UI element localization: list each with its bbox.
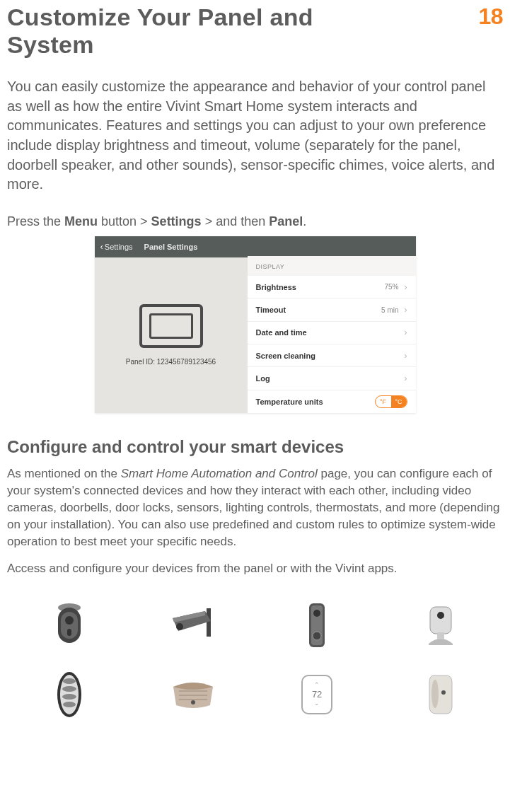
toggle-fahrenheit[interactable]: °F — [376, 396, 391, 407]
body-paragraph-2: Access and configure your devices from t… — [7, 560, 503, 577]
keyfob-icon — [55, 670, 83, 719]
row-label: Timeout — [256, 306, 286, 314]
temperature-toggle[interactable]: °F °C — [375, 395, 407, 408]
outdoor-camera-icon — [166, 605, 221, 645]
chevron-right-icon: › — [405, 351, 407, 361]
body-paragraph-1: As mentioned on the Smart Home Automatio… — [7, 465, 503, 551]
page-number: 18 — [478, 4, 503, 30]
svg-rect-11 — [430, 607, 451, 634]
svg-rect-5 — [207, 608, 211, 637]
panel-settings-screenshot: ‹ Settings Panel Settings Panel ID: 1234… — [95, 236, 416, 413]
section-label-display: DISPLAY — [248, 256, 416, 276]
row-timeout[interactable]: Timeout 5 min › — [248, 298, 416, 321]
svg-point-24 — [431, 680, 439, 708]
row-value: 75% — [384, 283, 398, 291]
toggle-celsius[interactable]: °C — [391, 396, 407, 407]
svg-point-16 — [63, 678, 76, 684]
motion-sensor-icon — [427, 673, 455, 717]
row-log[interactable]: Log › — [248, 367, 416, 390]
svg-point-19 — [63, 702, 76, 707]
row-temperature-units[interactable]: Temperature units °F °C — [248, 390, 416, 413]
nav-instruction: Press the Menu button > Settings > and t… — [7, 214, 503, 229]
chevron-right-icon: › — [405, 373, 407, 383]
garage-sensor-icon — [168, 678, 219, 711]
svg-point-12 — [437, 612, 444, 619]
svg-point-25 — [441, 690, 446, 695]
svg-point-9 — [313, 610, 320, 617]
chevron-right-icon: › — [405, 305, 407, 315]
chevron-up-icon: ⌃ — [314, 682, 320, 688]
chevron-left-icon: ‹ — [100, 241, 103, 252]
svg-point-17 — [62, 686, 76, 692]
row-label: Log — [256, 374, 270, 383]
door-lock-icon — [54, 602, 85, 649]
svg-point-10 — [313, 632, 321, 640]
row-value: 5 min — [381, 306, 398, 314]
thermostat-icon: ⌃ 72 ⌄ — [301, 675, 332, 714]
svg-point-3 — [65, 616, 74, 625]
intro-paragraph: You can easily customize the appearance … — [7, 77, 503, 195]
row-label: Brightness — [256, 283, 296, 291]
row-screen-cleaning[interactable]: Screen cleaning › — [248, 344, 416, 367]
panel-id: Panel ID: 123456789123456 — [126, 358, 216, 366]
row-label: Date and time — [256, 328, 307, 337]
chevron-right-icon: › — [405, 327, 407, 337]
page-title: Customize Your Panel and System — [7, 4, 403, 59]
panel-label: Panel — [269, 214, 303, 228]
row-brightness[interactable]: Brightness 75% › — [248, 276, 416, 298]
svg-rect-13 — [437, 632, 444, 639]
chevron-down-icon: ⌄ — [314, 700, 320, 707]
row-datetime[interactable]: Date and time › — [248, 322, 416, 344]
indoor-camera-icon — [424, 604, 457, 646]
row-label: Screen cleaning — [256, 352, 315, 360]
back-button[interactable]: ‹ Settings — [100, 241, 133, 252]
subheading: Configure and control your smart devices — [7, 437, 503, 457]
svg-point-23 — [191, 700, 195, 704]
svg-rect-4 — [67, 629, 71, 636]
thermostat-value: 72 — [312, 689, 322, 700]
menu-label: Menu — [64, 214, 98, 228]
svg-point-6 — [176, 623, 183, 630]
chevron-right-icon: › — [405, 282, 407, 292]
doorbell-camera-icon — [308, 602, 326, 649]
settings-label: Settings — [151, 214, 202, 228]
back-label: Settings — [105, 243, 133, 251]
svg-point-18 — [62, 694, 76, 700]
device-grid: ⌃ 72 ⌄ — [7, 602, 503, 719]
panel-icon — [139, 304, 203, 348]
row-label: Temperature units — [256, 398, 323, 406]
